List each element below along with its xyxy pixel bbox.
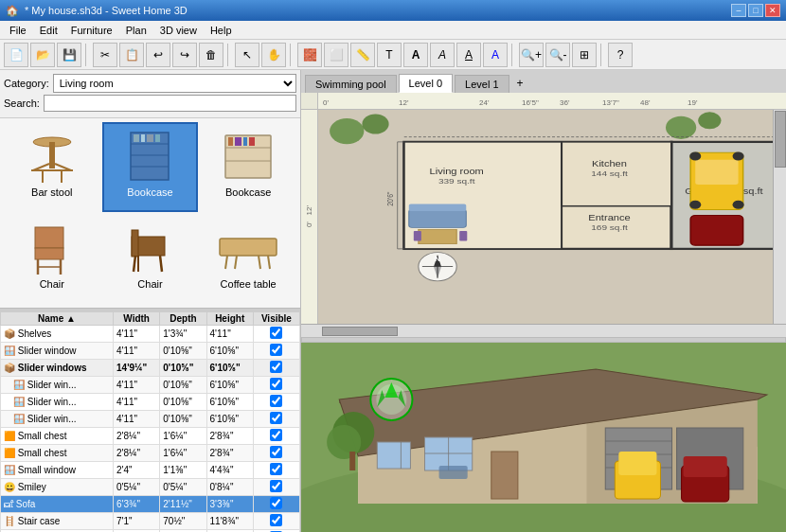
svg-rect-54 bbox=[409, 204, 466, 211]
svg-rect-13 bbox=[147, 134, 153, 142]
category-select[interactable]: Living room Bedroom Kitchen Bathroom Off… bbox=[53, 74, 296, 93]
save-button[interactable]: 💾 bbox=[57, 43, 81, 67]
zoom-fit-button[interactable]: ⊞ bbox=[572, 43, 597, 67]
redo-button[interactable]: ↪ bbox=[172, 43, 197, 67]
col-name-header[interactable]: Name ▲ bbox=[1, 312, 114, 326]
table-row[interactable]: 🪟 Slider win... 4'11" 0'10⅝" 6'10⅝" bbox=[1, 411, 300, 428]
new-button[interactable]: 📄 bbox=[4, 43, 28, 67]
table-row[interactable]: 🪟 Small window 2'4" 1'1⅜" 4'4¾" bbox=[1, 462, 300, 479]
visible-checkbox[interactable] bbox=[270, 514, 282, 526]
add-dimension-tool[interactable]: 📏 bbox=[350, 43, 375, 67]
text-style-i[interactable]: A bbox=[430, 43, 455, 67]
row-visible-cell[interactable] bbox=[253, 479, 299, 496]
floorplan-svg[interactable]: Living room 339 sq.ft Kitchen 144 sq.ft … bbox=[318, 110, 786, 324]
visible-checkbox[interactable] bbox=[270, 395, 282, 407]
table-row[interactable]: 🟧 Small chest 2'8¼" 1'6¼" 2'8¾" bbox=[1, 428, 300, 445]
search-input[interactable] bbox=[44, 95, 296, 112]
bar-stool-label: Bar stool bbox=[31, 186, 72, 198]
table-row[interactable]: 😀 Smiley 0'5¼" 0'5¼" 0'8¼" bbox=[1, 479, 300, 496]
visible-checkbox[interactable] bbox=[270, 446, 282, 458]
row-visible-cell[interactable] bbox=[253, 428, 299, 445]
row-visible-cell[interactable] bbox=[253, 513, 299, 530]
close-button[interactable]: ✕ bbox=[765, 4, 780, 17]
furniture-item-coffee-table[interactable]: Coffee table bbox=[200, 214, 296, 304]
view-3d[interactable] bbox=[301, 343, 786, 532]
row-depth-cell: 0'10⅝" bbox=[160, 343, 206, 360]
coffee-table-icon bbox=[214, 220, 282, 276]
tab-swimming-pool[interactable]: Swimming pool bbox=[305, 75, 397, 93]
copy-button[interactable]: 📋 bbox=[119, 43, 144, 67]
visible-checkbox[interactable] bbox=[270, 429, 282, 441]
pan-tool[interactable]: ✋ bbox=[261, 43, 286, 67]
table-row[interactable]: 📦 Slider windows 14'9¼" 0'10⅝" 6'10⅝" bbox=[1, 360, 300, 377]
row-visible-cell[interactable] bbox=[253, 343, 299, 360]
furniture-item-bar-stool[interactable]: Bar stool bbox=[4, 122, 100, 212]
delete-button[interactable]: 🗑 bbox=[199, 43, 223, 67]
tab-level0[interactable]: Level 0 bbox=[399, 74, 453, 93]
furniture-item-chair1[interactable]: Chair bbox=[4, 214, 100, 304]
svg-point-67 bbox=[733, 151, 744, 160]
col-visible-header[interactable]: Visible bbox=[253, 312, 299, 326]
table-row[interactable]: 🪜 Stair case 7'1" 70½" 11'8¾" bbox=[1, 513, 300, 530]
col-height-header[interactable]: Height bbox=[206, 312, 253, 326]
furniture-item-chair2[interactable]: Chair bbox=[102, 214, 199, 304]
maximize-button[interactable]: □ bbox=[748, 4, 763, 17]
floorplan-vscroll[interactable] bbox=[773, 110, 786, 324]
col-width-header[interactable]: Width bbox=[114, 312, 160, 326]
row-visible-cell[interactable] bbox=[253, 462, 299, 479]
text-style-u[interactable]: A bbox=[456, 43, 481, 67]
text-color[interactable]: A bbox=[483, 43, 508, 67]
table-row[interactable]: 🪟 Slider window 4'11" 0'10⅝" 6'10⅝" bbox=[1, 343, 300, 360]
tab-level1[interactable]: Level 1 bbox=[455, 75, 509, 93]
visible-checkbox[interactable] bbox=[270, 378, 282, 390]
add-text-tool[interactable]: T bbox=[377, 43, 402, 67]
menu-file[interactable]: File bbox=[4, 23, 32, 38]
add-wall-tool[interactable]: 🧱 bbox=[297, 43, 322, 67]
row-visible-cell[interactable] bbox=[253, 394, 299, 411]
visible-checkbox[interactable] bbox=[270, 361, 282, 373]
cut-button[interactable]: ✂ bbox=[93, 43, 117, 67]
table-row[interactable]: 🪟 Slider win... 4'11" 0'10⅝" 6'10⅝" bbox=[1, 394, 300, 411]
row-visible-cell[interactable] bbox=[253, 326, 299, 343]
menu-help[interactable]: Help bbox=[205, 23, 238, 38]
menu-3d-view[interactable]: 3D view bbox=[154, 23, 203, 38]
floorplan-hscroll[interactable] bbox=[301, 324, 786, 337]
menu-edit[interactable]: Edit bbox=[34, 23, 63, 38]
minimize-button[interactable]: – bbox=[731, 4, 746, 17]
visible-checkbox[interactable] bbox=[270, 327, 282, 339]
undo-button[interactable]: ↩ bbox=[146, 43, 170, 67]
row-visible-cell[interactable] bbox=[253, 411, 299, 428]
svg-rect-21 bbox=[249, 137, 255, 146]
row-visible-cell[interactable] bbox=[253, 360, 299, 377]
visible-checkbox[interactable] bbox=[270, 480, 282, 492]
svg-rect-18 bbox=[228, 137, 233, 146]
row-visible-cell[interactable] bbox=[253, 496, 299, 513]
col-depth-header[interactable]: Depth bbox=[160, 312, 206, 326]
zoom-out-button[interactable]: 🔍- bbox=[545, 43, 570, 67]
svg-rect-90 bbox=[491, 452, 518, 499]
visible-checkbox[interactable] bbox=[270, 412, 282, 424]
menu-plan[interactable]: Plan bbox=[120, 23, 152, 38]
help-button[interactable]: ? bbox=[608, 43, 633, 67]
tab-add-button[interactable]: + bbox=[511, 74, 529, 93]
visible-checkbox[interactable] bbox=[270, 497, 282, 509]
chair2-icon bbox=[116, 220, 184, 276]
zoom-in-button[interactable]: 🔍+ bbox=[519, 43, 544, 67]
visible-checkbox[interactable] bbox=[270, 463, 282, 475]
furniture-item-bookcase2[interactable]: Bookcase bbox=[200, 122, 296, 212]
svg-rect-53 bbox=[409, 209, 466, 227]
menu-furniture[interactable]: Furniture bbox=[65, 23, 118, 38]
add-room-tool[interactable]: ⬜ bbox=[324, 43, 348, 67]
table-row[interactable]: 🛋 Sofa 6'3¾" 2'11½" 3'3⅜" bbox=[1, 496, 300, 513]
open-button[interactable]: 📂 bbox=[30, 43, 55, 67]
visible-checkbox[interactable] bbox=[270, 344, 282, 356]
select-tool[interactable]: ↖ bbox=[235, 43, 259, 67]
row-visible-cell[interactable] bbox=[253, 377, 299, 394]
table-row[interactable]: 🟧 Small chest 2'8¼" 1'6¼" 2'8¾" bbox=[1, 445, 300, 462]
table-row[interactable]: 🪟 Slider win... 4'11" 0'10⅝" 6'10⅝" bbox=[1, 377, 300, 394]
floorplan-upper[interactable]: 0' 12' 24' 36' 48' 16'5" 13'7" 19' 0' 12… bbox=[301, 93, 786, 324]
text-style-b[interactable]: A bbox=[403, 43, 428, 67]
table-row[interactable]: 📦 Shelves 4'11" 1'3¾" 4'11" bbox=[1, 326, 300, 343]
row-visible-cell[interactable] bbox=[253, 445, 299, 462]
furniture-item-bookcase1[interactable]: Bookcase bbox=[102, 122, 199, 212]
